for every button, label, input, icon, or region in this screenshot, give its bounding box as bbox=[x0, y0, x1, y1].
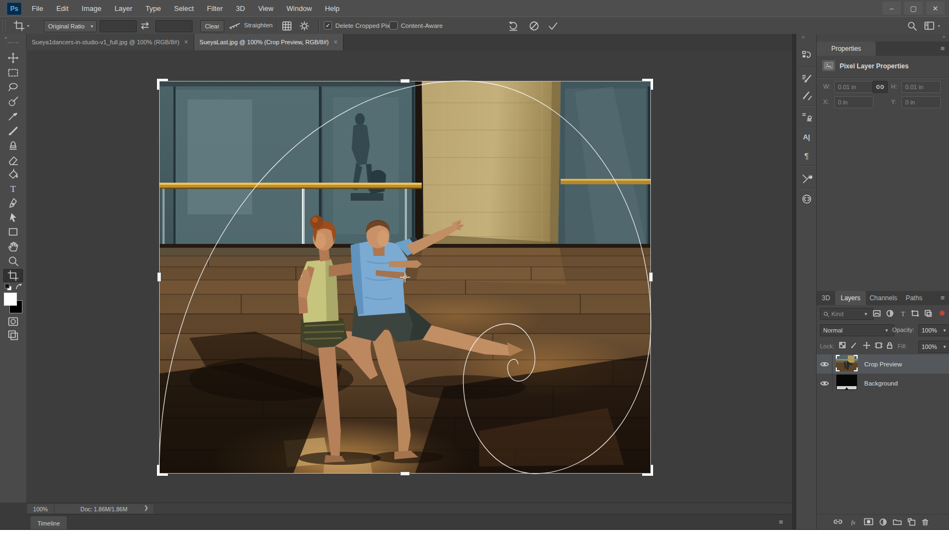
visibility-toggle[interactable] bbox=[817, 354, 832, 374]
close-tab-icon[interactable]: × bbox=[334, 38, 337, 46]
tool-brush[interactable] bbox=[3, 124, 23, 137]
swap-colors-icon[interactable] bbox=[15, 283, 24, 294]
tool-path-selection[interactable] bbox=[3, 211, 23, 224]
document-canvas[interactable] bbox=[159, 81, 651, 474]
panel-button-clone-source[interactable] bbox=[799, 110, 814, 124]
close-tab-icon[interactable]: × bbox=[184, 38, 188, 46]
fill-value-dropdown[interactable]: 100% ▼ bbox=[918, 341, 949, 353]
tab-3d[interactable]: 3D bbox=[817, 291, 835, 305]
link-dimensions-button[interactable] bbox=[872, 81, 888, 93]
tool-rectangle-shape[interactable] bbox=[3, 225, 23, 238]
tool-eyedropper[interactable] bbox=[3, 109, 23, 122]
tool-quick-selection[interactable] bbox=[3, 95, 23, 108]
filter-adjustment-layers-icon[interactable] bbox=[886, 309, 894, 320]
properties-menu-icon[interactable]: ≡ bbox=[940, 44, 945, 52]
document-tab[interactable]: Sueya1dancers-in-studio-v1_full.jpg @ 10… bbox=[26, 34, 194, 50]
layer-filter-dropdown[interactable]: Kind ▼ bbox=[820, 308, 874, 320]
new-layer-icon[interactable] bbox=[907, 518, 916, 526]
delete-layer-icon[interactable] bbox=[921, 518, 929, 526]
menu-layer[interactable]: Layer bbox=[108, 4, 139, 13]
status-chevron-icon[interactable]: ❯ bbox=[144, 505, 148, 511]
tool-paint-bucket[interactable] bbox=[3, 167, 23, 180]
minimize-button[interactable]: – bbox=[882, 2, 901, 15]
filter-smart-objects-icon[interactable] bbox=[924, 309, 933, 320]
crop-tool-preset-button[interactable]: ▼ bbox=[13, 20, 30, 32]
menu-filter[interactable]: Filter bbox=[200, 4, 229, 13]
zoom-level-field[interactable]: 100% bbox=[27, 504, 54, 514]
crop-width-input[interactable] bbox=[100, 20, 137, 32]
close-button[interactable]: ✕ bbox=[926, 2, 945, 15]
menu-help[interactable]: Help bbox=[318, 4, 346, 13]
tool-move[interactable] bbox=[3, 51, 23, 65]
layer-thumbnail[interactable] bbox=[836, 374, 858, 393]
tool-rectangular-marquee[interactable] bbox=[3, 66, 23, 79]
tool-pen[interactable] bbox=[3, 196, 23, 209]
x-field[interactable]: 0 in bbox=[834, 96, 874, 108]
panel-button-character[interactable]: A| bbox=[799, 130, 814, 144]
lock-all-icon[interactable] bbox=[886, 341, 894, 352]
layer-row-crop-preview[interactable]: Crop Preview bbox=[817, 354, 949, 374]
menu-view[interactable]: View bbox=[252, 4, 280, 13]
add-layer-mask-icon[interactable] bbox=[864, 518, 874, 526]
crop-height-input[interactable] bbox=[155, 20, 193, 32]
tool-type[interactable]: T bbox=[3, 182, 23, 195]
menu-3d[interactable]: 3D bbox=[229, 4, 252, 13]
panel-button-brushes[interactable] bbox=[799, 88, 814, 102]
tool-crop-selected[interactable] bbox=[3, 269, 23, 282]
timeline-menu-icon[interactable]: ≡ bbox=[779, 518, 784, 526]
link-layers-icon[interactable] bbox=[833, 518, 843, 526]
filter-pixel-layers-icon[interactable] bbox=[872, 309, 881, 320]
panel-button-creative-cloud-libraries[interactable] bbox=[799, 192, 814, 206]
panel-button-brush-settings[interactable] bbox=[799, 72, 814, 86]
lock-artboard-icon[interactable] bbox=[875, 341, 883, 352]
content-aware-checkbox[interactable]: Content-Aware bbox=[389, 21, 443, 30]
layers-menu-icon[interactable]: ≡ bbox=[940, 294, 945, 302]
default-colors-icon[interactable] bbox=[4, 283, 13, 294]
lock-transparent-pixels-icon[interactable] bbox=[839, 341, 847, 352]
tab-timeline[interactable]: Timeline bbox=[31, 516, 67, 530]
tab-paths[interactable]: Paths bbox=[901, 291, 927, 305]
swap-width-height-button[interactable] bbox=[140, 21, 150, 32]
tool-zoom[interactable] bbox=[3, 254, 23, 267]
filter-toggle-red-dot[interactable] bbox=[940, 311, 945, 316]
filter-shape-layers-icon[interactable] bbox=[911, 309, 919, 320]
collapse-dock-icon[interactable]: « bbox=[802, 34, 805, 40]
aspect-ratio-dropdown[interactable]: Original Ratio ▼ bbox=[44, 20, 97, 32]
height-field[interactable]: 0.01 in bbox=[901, 81, 941, 93]
layer-row-background[interactable]: Background bbox=[817, 374, 949, 393]
visibility-toggle[interactable] bbox=[817, 374, 832, 393]
layer-effects-icon[interactable]: fx bbox=[848, 518, 858, 526]
delete-cropped-pixels-checkbox[interactable]: ✓ Delete Cropped Pixels bbox=[324, 21, 398, 30]
menu-window[interactable]: Window bbox=[280, 4, 318, 13]
canvas-area[interactable] bbox=[26, 50, 792, 503]
layer-thumbnail[interactable] bbox=[836, 355, 858, 374]
menu-image[interactable]: Image bbox=[75, 4, 108, 13]
reset-crop-button[interactable] bbox=[508, 20, 519, 34]
panel-button-paragraph[interactable]: ¶ bbox=[799, 148, 814, 162]
workspace-switcher-button[interactable]: ▼ bbox=[923, 20, 941, 31]
foreground-color-swatch[interactable] bbox=[4, 293, 17, 306]
document-tab-active[interactable]: SueyaLast.jpg @ 100% (Crop Preview, RGB/… bbox=[194, 34, 343, 50]
clear-button[interactable]: Clear bbox=[200, 20, 224, 32]
opacity-value-dropdown[interactable]: 100% ▼ bbox=[918, 324, 949, 336]
lock-position-icon[interactable] bbox=[863, 341, 871, 352]
new-group-icon[interactable] bbox=[893, 518, 902, 526]
tool-hand[interactable] bbox=[3, 240, 23, 253]
tool-lasso[interactable] bbox=[3, 80, 23, 94]
tool-clone-stamp[interactable] bbox=[3, 138, 23, 151]
menu-edit[interactable]: Edit bbox=[50, 4, 75, 13]
quick-mask-button[interactable] bbox=[7, 316, 19, 330]
doc-size-field[interactable]: Doc: 1.86M/1.86M bbox=[55, 504, 153, 514]
width-field[interactable]: 0.01 in bbox=[834, 81, 874, 93]
blend-mode-dropdown[interactable]: Normal ▼ bbox=[820, 324, 894, 336]
screen-mode-button[interactable] bbox=[7, 329, 19, 343]
lock-image-pixels-icon[interactable] bbox=[851, 341, 859, 352]
menu-type[interactable]: Type bbox=[139, 4, 167, 13]
crop-settings-button[interactable] bbox=[299, 20, 310, 34]
tab-properties[interactable]: Properties bbox=[817, 42, 876, 56]
y-field[interactable]: 0 in bbox=[901, 96, 941, 108]
commit-crop-button[interactable] bbox=[547, 20, 559, 34]
menu-file[interactable]: File bbox=[25, 4, 50, 13]
collapse-tools-icon[interactable]: » bbox=[4, 35, 8, 40]
search-button[interactable] bbox=[907, 21, 917, 33]
